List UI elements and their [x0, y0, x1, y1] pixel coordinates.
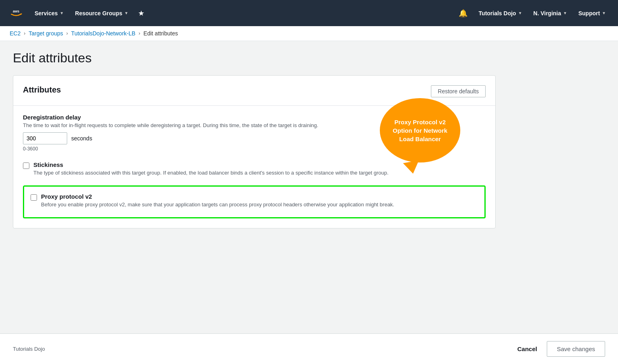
proxy-protocol-desc: Before you enable proxy protocol v2, mak…	[41, 202, 394, 208]
services-label: Services	[35, 10, 58, 16]
page-title: Edit attributes	[13, 51, 605, 66]
breadcrumb: EC2 › Target groups › TutorialsDojo-Netw…	[0, 26, 618, 41]
resource-groups-chevron-icon: ▼	[124, 11, 128, 15]
user-menu[interactable]: Tutorials Dojo ▼	[473, 0, 528, 26]
breadcrumb-current: Edit attributes	[144, 30, 178, 37]
footer-brand: Tutorials Dojo	[13, 346, 45, 352]
card-header: Attributes Restore defaults	[23, 85, 486, 97]
proxy-protocol-section: Proxy Protocol v2 Option for Network Loa…	[23, 185, 486, 218]
footer-actions: Cancel Save changes	[517, 341, 605, 357]
proxy-protocol-checkbox[interactable]	[31, 194, 37, 201]
region-menu[interactable]: N. Virginia ▼	[528, 0, 573, 26]
proxy-protocol-row: Proxy protocol v2 Before you enable prox…	[31, 193, 478, 208]
aws-logo-wrapper[interactable]: aws	[6, 7, 26, 19]
breadcrumb-lb[interactable]: TutorialsDojo-Network-LB	[71, 30, 136, 37]
region-chevron-icon: ▼	[563, 11, 567, 15]
breadcrumb-ec2[interactable]: EC2	[10, 30, 21, 37]
restore-defaults-button[interactable]: Restore defaults	[431, 85, 486, 97]
user-label: Tutorials Dojo	[479, 10, 516, 16]
page-content: Edit attributes Attributes Restore defau…	[0, 41, 618, 238]
breadcrumb-sep-3: ›	[139, 31, 140, 36]
stickiness-section: Stickiness The type of stickiness associ…	[23, 161, 486, 176]
deregistration-range: 0-3600	[23, 146, 486, 152]
deregistration-title: Deregistration delay	[23, 114, 486, 121]
breadcrumb-sep-1: ›	[24, 31, 25, 36]
attributes-card: Attributes Restore defaults Deregistrati…	[13, 75, 496, 228]
card-title: Attributes	[23, 85, 61, 95]
navbar: aws Services ▼ Resource Groups ▼ ★ 🔔 Tut…	[0, 0, 618, 26]
deregistration-section: Deregistration delay The time to wait fo…	[23, 114, 486, 152]
resource-groups-label: Resource Groups	[75, 10, 122, 16]
stickiness-row: Stickiness The type of stickiness associ…	[23, 161, 486, 176]
breadcrumb-target-groups[interactable]: Target groups	[29, 30, 63, 37]
services-menu[interactable]: Services ▼	[29, 0, 70, 26]
deregistration-suffix: seconds	[71, 135, 92, 142]
favorites-icon[interactable]: ★	[134, 0, 148, 26]
save-changes-button[interactable]: Save changes	[547, 341, 605, 357]
cancel-button[interactable]: Cancel	[517, 345, 537, 352]
footer: Tutorials Dojo Cancel Save changes	[0, 333, 618, 364]
breadcrumb-sep-2: ›	[66, 31, 68, 36]
support-menu[interactable]: Support ▼	[573, 0, 612, 26]
deregistration-input-row: seconds	[23, 132, 486, 144]
stickiness-checkbox[interactable]	[23, 162, 29, 169]
stickiness-label: Stickiness	[33, 161, 389, 168]
deregistration-desc: The time to wait for in-flight requests …	[23, 122, 486, 128]
support-chevron-icon: ▼	[602, 11, 606, 15]
bell-icon[interactable]: 🔔	[453, 0, 473, 26]
proxy-protocol-content: Proxy protocol v2 Before you enable prox…	[41, 193, 394, 208]
user-chevron-icon: ▼	[518, 11, 522, 15]
svg-text:aws: aws	[13, 9, 20, 13]
region-label: N. Virginia	[534, 10, 561, 16]
deregistration-input[interactable]	[23, 132, 67, 144]
stickiness-desc: The type of stickiness associated with t…	[33, 170, 389, 176]
services-chevron-icon: ▼	[60, 11, 64, 15]
stickiness-content: Stickiness The type of stickiness associ…	[33, 161, 389, 176]
support-label: Support	[578, 10, 600, 16]
card-divider	[13, 105, 495, 106]
resource-groups-menu[interactable]: Resource Groups ▼	[70, 0, 134, 26]
proxy-protocol-label: Proxy protocol v2	[41, 193, 394, 200]
